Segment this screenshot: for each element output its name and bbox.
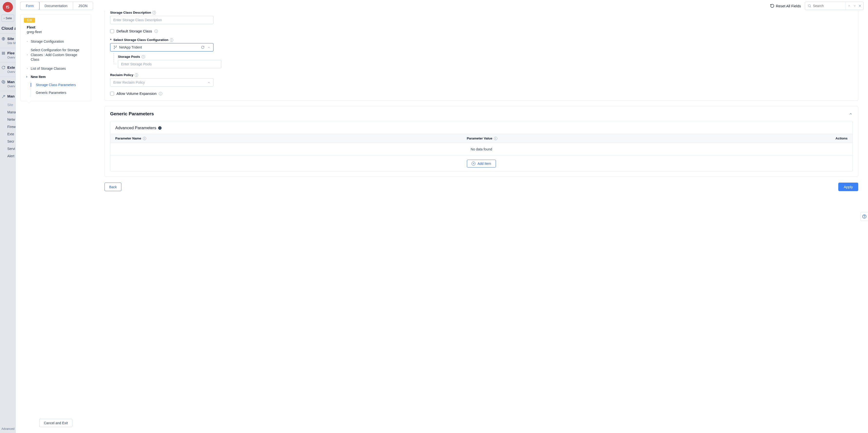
svg-point-17: [808, 5, 810, 7]
view-tabs: Form Documentation JSON: [20, 2, 93, 10]
reset-label: Reset All Fields: [776, 4, 801, 8]
tree-generic-parameters[interactable]: Generic Parameters: [31, 89, 88, 96]
cancel-and-exit-button[interactable]: Cancel and Exit: [39, 419, 72, 427]
bg-nav-section-sites: Site Site M: [0, 33, 16, 48]
form-sidebar: Edit Fleet greg-fleet Storage Configurat…: [16, 11, 91, 433]
search-next[interactable]: [852, 4, 857, 8]
card-arrow-indicator: [27, 98, 31, 104]
select-storage-class-config-value: NetApp Trident: [119, 45, 142, 49]
svg-rect-15: [4, 53, 5, 54]
storage-class-description-input[interactable]: [110, 16, 214, 24]
reclaim-policy-label: Reclaim Policy: [110, 73, 133, 77]
chevron-down-icon: [207, 81, 210, 84]
info-icon[interactable]: i: [135, 74, 138, 77]
bg-nav-link: Firew: [0, 123, 16, 131]
topbar: Form Documentation JSON Reset All Fields: [16, 0, 868, 11]
chevron-down-icon: [207, 46, 210, 49]
tab-documentation[interactable]: Documentation: [39, 2, 73, 10]
search-box[interactable]: [805, 2, 864, 10]
chevron-up-icon: [849, 112, 852, 116]
info-icon[interactable]: i: [153, 11, 156, 15]
bg-nav-link: Netw: [0, 116, 16, 123]
tree-list-storage-classes[interactable]: List of Storage Classes: [26, 64, 88, 73]
default-storage-class-label: Default Storage Class: [117, 29, 152, 33]
content-scroll[interactable]: Storage Class Description i Default Stor…: [91, 11, 868, 433]
tree-storage-configuration[interactable]: Storage Configuration: [26, 37, 88, 46]
column-actions: Actions: [818, 137, 847, 140]
fleet-icon: [1, 51, 5, 55]
svg-rect-10: [4, 18, 5, 19]
tab-json[interactable]: JSON: [73, 2, 93, 10]
required-indicator: *: [110, 38, 111, 42]
grid-icon: [4, 17, 5, 20]
workspace-selector-label: Sele: [6, 16, 12, 20]
add-item-button[interactable]: + Add Item: [467, 160, 496, 168]
default-storage-class-row[interactable]: Default Storage Class i: [110, 29, 852, 33]
bg-nav-link: Servi: [0, 145, 16, 152]
bg-nav-link: Exte: [0, 131, 16, 138]
search-input[interactable]: [811, 3, 845, 9]
f5-logo-icon: f5: [4, 3, 11, 11]
bg-nav-section-exte: Exte Overv: [0, 62, 16, 77]
table-header-row: Parameter Name i Parameter Value i Actio…: [111, 134, 852, 143]
info-icon[interactable]: i: [170, 38, 173, 42]
info-icon[interactable]: i: [159, 92, 162, 95]
info-icon[interactable]: i: [158, 126, 161, 130]
storage-class-description-label: Storage Class Description: [110, 11, 151, 15]
storage-pools-label: Storage Pools: [118, 55, 140, 59]
bg-nav-link: Secr: [0, 138, 16, 145]
column-parameter-name: Parameter Name: [115, 137, 141, 140]
storage-class-parameters-card: Storage Class Description i Default Stor…: [104, 11, 858, 101]
reclaim-policy-select[interactable]: Enter Reclaim Policy: [110, 78, 214, 87]
svg-point-16: [3, 81, 4, 82]
tree-storage-class-parameters[interactable]: Storage Class Parameters: [31, 81, 88, 89]
bg-nav-section-fleets: Flee Overv: [0, 48, 16, 62]
tab-form[interactable]: Form: [20, 2, 39, 10]
tree-select-configuration[interactable]: Select Configuration for Storage Classes…: [26, 46, 88, 64]
select-storage-class-config-label: Select Storage Class Configuration: [113, 38, 168, 42]
info-icon[interactable]: i: [143, 137, 146, 140]
allow-volume-expansion-checkbox[interactable]: [110, 92, 114, 95]
bg-nav-section-man1: Man Overv: [0, 77, 16, 91]
chevron-up-icon: [848, 4, 851, 7]
fleet-name: greg-fleet: [27, 30, 88, 34]
storage-pools-input[interactable]: [118, 60, 221, 68]
info-icon[interactable]: i: [494, 137, 497, 140]
refresh-icon: [1, 65, 5, 69]
default-storage-class-checkbox[interactable]: [110, 29, 114, 33]
refresh-icon[interactable]: [201, 46, 205, 49]
allow-volume-expansion-row[interactable]: Allow Volume Expansion i: [110, 91, 852, 95]
svg-rect-12: [2, 52, 3, 53]
generic-parameters-title: Generic Parameters: [110, 111, 154, 117]
workspace-selector: Sele: [1, 15, 14, 22]
svg-text:f5: f5: [6, 5, 9, 9]
plus-circle-icon: +: [471, 162, 475, 166]
svg-rect-13: [4, 52, 5, 53]
storage-pools-nested: Storage Pools i: [114, 55, 852, 68]
background-left-nav: f5 Sele Cloud a Site Site M Flee Over: [0, 0, 16, 433]
info-icon[interactable]: i: [155, 29, 158, 33]
search-clear[interactable]: [858, 4, 862, 8]
advanced-parameters-table: Parameter Name i Parameter Value i Actio…: [111, 134, 852, 171]
help-side-tab[interactable]: [861, 212, 868, 221]
collapse-toggle[interactable]: [849, 112, 852, 116]
select-storage-class-config[interactable]: NetApp Trident: [110, 43, 214, 52]
svg-rect-14: [2, 53, 3, 54]
back-button[interactable]: Back: [104, 183, 121, 191]
search-prev[interactable]: [847, 4, 851, 8]
advanced-parameters-title: Advanced Parameters: [115, 125, 156, 131]
bg-nav-link: Alert: [0, 152, 16, 160]
bg-nav-footer-link: Advanced: [1, 427, 14, 431]
reclaim-policy-placeholder: Enter Reclaim Policy: [113, 81, 145, 84]
reset-all-fields[interactable]: Reset All Fields: [770, 4, 801, 8]
svg-rect-2: [4, 18, 4, 18]
info-icon[interactable]: i: [142, 55, 145, 59]
svg-point-22: [864, 217, 864, 218]
bg-nav-link: Site: [0, 101, 16, 109]
apply-button[interactable]: Apply: [838, 183, 858, 191]
no-data-row: No data found: [111, 143, 852, 156]
branch-icon: [113, 45, 117, 49]
tree-new-item[interactable]: New Item: [26, 73, 88, 81]
fleet-label: Fleet: [27, 25, 88, 29]
wrench-icon: [1, 94, 5, 98]
